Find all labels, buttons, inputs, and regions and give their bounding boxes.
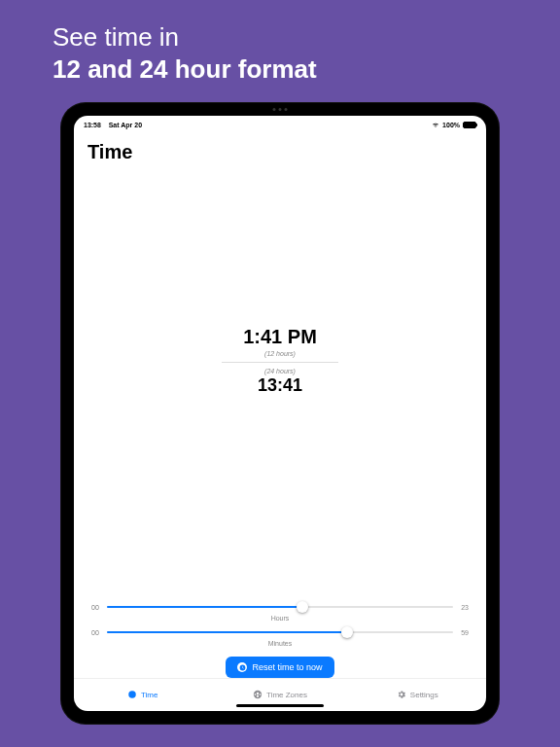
device-frame: 13:58 Sat Apr 20 100% Time 1:41 PM (12 h… <box>60 102 500 725</box>
svg-point-0 <box>128 691 136 698</box>
time-display: 1:41 PM (12 hours) (24 hours) 13:41 <box>222 326 338 396</box>
status-left: 13:58 Sat Apr 20 <box>84 122 142 128</box>
wifi-icon <box>432 121 439 128</box>
battery-icon <box>463 122 476 128</box>
time-divider <box>222 362 338 363</box>
status-bar: 13:58 Sat Apr 20 100% <box>74 116 486 129</box>
hours-slider-row: 00 23 <box>91 600 469 614</box>
sliders-section: 00 23 Hours 00 59 Minutes <box>74 600 486 678</box>
minutes-slider[interactable] <box>107 625 453 639</box>
reset-button-label: Reset time to now <box>252 662 322 672</box>
screen: 13:58 Sat Apr 20 100% Time 1:41 PM (12 h… <box>74 116 486 711</box>
gear-icon <box>397 690 406 701</box>
minutes-min-label: 00 <box>91 629 99 636</box>
hours-label: Hours <box>91 615 469 622</box>
label-12h: (12 hours) <box>222 350 338 357</box>
tab-timezones-label: Time Zones <box>266 691 307 699</box>
hours-max-label: 23 <box>461 604 469 611</box>
tab-settings[interactable]: Settings <box>349 679 486 711</box>
hours-slider[interactable] <box>107 600 453 614</box>
clock-reset-icon <box>237 662 247 672</box>
minutes-slider-thumb[interactable] <box>341 626 353 638</box>
status-right: 100% <box>432 121 476 128</box>
minutes-label: Minutes <box>91 640 469 647</box>
label-24h: (24 hours) <box>222 368 338 374</box>
reset-time-button[interactable]: Reset time to now <box>226 657 333 678</box>
clock-icon <box>127 690 137 701</box>
device-camera-dots <box>273 108 288 111</box>
minutes-max-label: 59 <box>461 629 469 636</box>
tab-time-label: Time <box>141 691 158 699</box>
home-indicator <box>236 704 324 707</box>
promo-line1: See time in <box>52 22 179 52</box>
promo-heading: See time in 12 and 24 hour format <box>0 0 317 102</box>
battery-pct: 100% <box>442 122 460 128</box>
time-24h: 13:41 <box>222 375 338 396</box>
hours-min-label: 00 <box>91 604 99 611</box>
page-title: Time <box>74 129 486 169</box>
status-date: Sat Apr 20 <box>109 122 142 128</box>
tab-settings-label: Settings <box>410 691 438 699</box>
main-content: 1:41 PM (12 hours) (24 hours) 13:41 <box>74 169 486 600</box>
minutes-slider-row: 00 59 <box>91 625 469 639</box>
globe-icon <box>253 690 262 701</box>
tab-time[interactable]: Time <box>74 679 211 711</box>
status-time: 13:58 <box>84 122 101 128</box>
time-12h: 1:41 PM <box>222 326 338 348</box>
promo-line2: 12 and 24 hour format <box>52 54 317 84</box>
hours-slider-thumb[interactable] <box>297 601 308 613</box>
